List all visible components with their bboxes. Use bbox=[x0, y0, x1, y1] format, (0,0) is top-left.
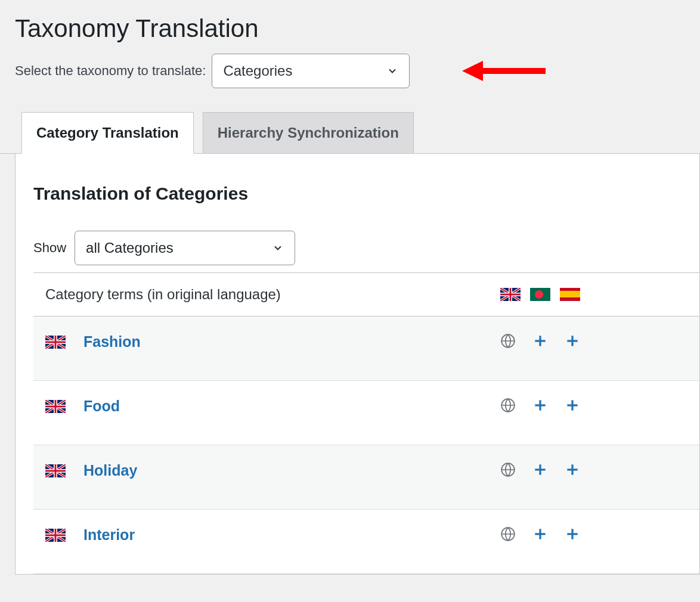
show-filter-label: Show bbox=[33, 240, 66, 256]
plus-icon[interactable] bbox=[565, 462, 580, 477]
uk-flag-icon bbox=[500, 288, 521, 301]
uk-flag-icon bbox=[45, 336, 66, 349]
chevron-down-icon bbox=[272, 242, 284, 254]
page-title: Taxonomy Translation bbox=[0, 0, 700, 54]
table-header-flags bbox=[500, 288, 687, 301]
taxonomy-select-value: Categories bbox=[223, 63, 292, 79]
table-row: Food bbox=[33, 381, 699, 445]
annotation-arrow-icon bbox=[462, 56, 546, 86]
globe-icon[interactable] bbox=[500, 526, 516, 542]
term-link[interactable]: Fashion bbox=[83, 333, 141, 350]
taxonomy-select-row: Select the taxonomy to translate: Catego… bbox=[0, 54, 700, 112]
plus-icon[interactable] bbox=[532, 462, 548, 477]
panel-category-translation: Translation of Categories Show all Categ… bbox=[15, 154, 700, 575]
chevron-down-icon bbox=[386, 65, 398, 77]
tab-category-translation[interactable]: Category Translation bbox=[21, 112, 194, 154]
globe-icon[interactable] bbox=[500, 462, 516, 477]
plus-icon[interactable] bbox=[565, 398, 580, 413]
tab-hierarchy-synchronization[interactable]: Hierarchy Synchronization bbox=[203, 112, 414, 153]
row-actions bbox=[500, 462, 687, 477]
plus-icon[interactable] bbox=[565, 333, 580, 349]
globe-icon[interactable] bbox=[500, 333, 516, 349]
uk-flag-icon bbox=[45, 464, 66, 477]
plus-icon[interactable] bbox=[532, 333, 548, 349]
uk-flag-icon bbox=[45, 529, 66, 542]
svg-marker-1 bbox=[462, 61, 483, 81]
row-actions bbox=[500, 333, 687, 349]
term-link[interactable]: Food bbox=[83, 398, 120, 415]
row-left: Holiday bbox=[45, 462, 500, 479]
plus-icon[interactable] bbox=[565, 526, 580, 542]
uk-flag-icon bbox=[45, 400, 66, 413]
row-left: Food bbox=[45, 398, 500, 415]
bd-flag-icon bbox=[530, 288, 550, 301]
panel-subtitle: Translation of Categories bbox=[33, 184, 699, 204]
plus-icon[interactable] bbox=[532, 526, 548, 542]
row-actions bbox=[500, 526, 687, 542]
table-header-left: Category terms (in original language) bbox=[45, 286, 500, 303]
category-terms-table: Category terms (in original language) Fa… bbox=[33, 272, 699, 574]
row-left: Fashion bbox=[45, 333, 500, 350]
taxonomy-select[interactable]: Categories bbox=[212, 54, 410, 88]
table-header: Category terms (in original language) bbox=[33, 273, 699, 316]
row-actions bbox=[500, 398, 687, 413]
show-filter-select[interactable]: all Categories bbox=[75, 231, 295, 265]
term-link[interactable]: Holiday bbox=[83, 462, 137, 479]
table-row: Holiday bbox=[33, 445, 699, 510]
term-link[interactable]: Interior bbox=[83, 526, 135, 544]
show-filter-value: all Categories bbox=[86, 240, 174, 256]
es-flag-icon bbox=[560, 288, 580, 301]
taxonomy-select-label: Select the taxonomy to translate: bbox=[15, 63, 206, 79]
tabs: Category Translation Hierarchy Synchroni… bbox=[0, 112, 700, 154]
plus-icon[interactable] bbox=[532, 398, 548, 413]
show-filter-row: Show all Categories bbox=[33, 231, 699, 265]
table-row: Fashion bbox=[33, 316, 699, 381]
globe-icon[interactable] bbox=[500, 398, 516, 413]
row-left: Interior bbox=[45, 526, 500, 544]
table-row: Interior bbox=[33, 510, 699, 574]
